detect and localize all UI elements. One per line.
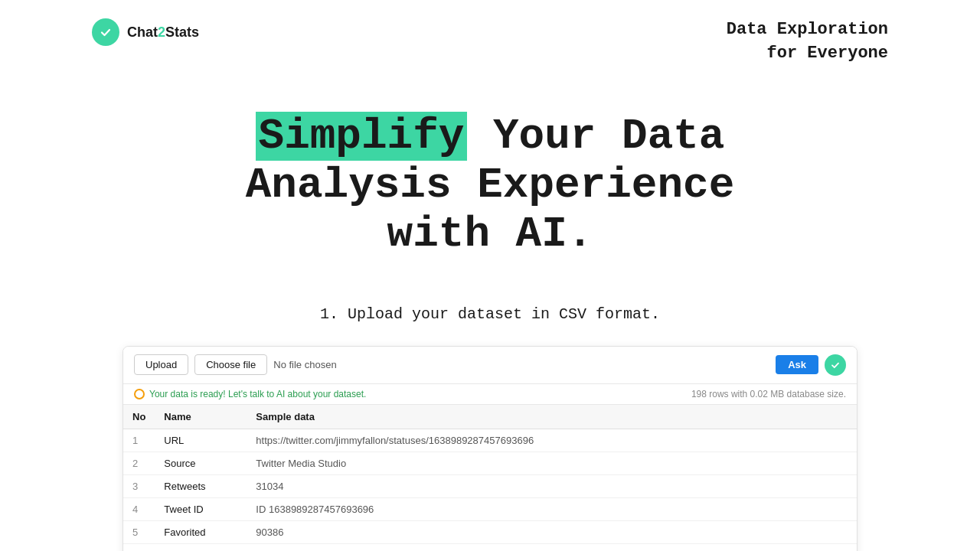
brand-button[interactable] <box>825 354 846 376</box>
table-header-row: No Name Sample data <box>123 405 857 429</box>
cell-name: Retweets <box>155 474 247 497</box>
col-header-no: No <box>123 405 155 429</box>
cell-no: 2 <box>123 452 155 474</box>
ask-button[interactable]: Ask <box>776 355 818 374</box>
cell-no: 1 <box>123 429 155 452</box>
cell-no: 3 <box>123 474 155 497</box>
cell-name: Tweet ID <box>155 497 247 520</box>
hero-title: Simplify Your DataAnalysis Experiencewit… <box>92 112 888 259</box>
cell-sample: 31034 <box>247 474 857 497</box>
db-info: 198 rows with 0.02 MB database size. <box>691 389 846 399</box>
status-bar: Your data is ready! Let's talk to AI abo… <box>123 384 857 405</box>
status-icon <box>134 389 145 399</box>
table-row: 5 Favorited 90386 <box>123 520 857 543</box>
logo-area: Chat2Stats <box>92 18 199 46</box>
main-panel: Upload Choose file No file chosen Ask Yo… <box>122 346 858 551</box>
svg-point-0 <box>99 25 113 39</box>
cell-sample: 90386 <box>247 520 857 543</box>
tagline: Data Exploration for Everyone <box>727 18 888 66</box>
step-instruction: 1. Upload your dataset in CSV format. <box>0 275 980 338</box>
header: Chat2Stats Data Exploration for Everyone <box>0 0 980 66</box>
table-row: 2 Source Twitter Media Studio <box>123 452 857 474</box>
hero-section: Simplify Your DataAnalysis Experiencewit… <box>0 66 980 275</box>
hero-highlight: Simplify <box>256 112 468 161</box>
cell-sample: https://twitter.com/jimmyfallon/statuses… <box>247 429 857 452</box>
svg-point-1 <box>830 360 841 370</box>
choose-file-button[interactable]: Choose file <box>194 354 267 375</box>
table-row: 1 URL https://twitter.com/jimmyfallon/st… <box>123 429 857 452</box>
col-header-name: Name <box>155 405 247 429</box>
status-message: Your data is ready! Let's talk to AI abo… <box>134 389 366 399</box>
logo-icon <box>92 18 119 46</box>
cell-name: URL <box>155 429 247 452</box>
cell-no: 5 <box>123 520 155 543</box>
cell-name: Source <box>155 452 247 474</box>
no-file-label: No file chosen <box>273 359 769 370</box>
table-row: 3 Retweets 31034 <box>123 474 857 497</box>
cell-name: Favorited <box>155 520 247 543</box>
cell-sample: ID 1638989287457693696 <box>247 497 857 520</box>
table-row: 6 Tweet text I am 9 years old today. @th… <box>123 543 857 551</box>
table-row: 4 Tweet ID ID 1638989287457693696 <box>123 497 857 520</box>
logo-text: Chat2Stats <box>127 24 199 41</box>
cell-name: Tweet text <box>155 543 247 551</box>
col-header-sample: Sample data <box>247 405 857 429</box>
upload-button[interactable]: Upload <box>134 354 188 375</box>
toolbar: Upload Choose file No file chosen Ask <box>123 347 857 384</box>
cell-sample: I am 9 years old today. @theroots, Steve… <box>247 543 857 551</box>
data-table: No Name Sample data 1 URL https://twitte… <box>123 405 857 551</box>
cell-sample: Twitter Media Studio <box>247 452 857 474</box>
cell-no: 6 <box>123 543 155 551</box>
cell-no: 4 <box>123 497 155 520</box>
